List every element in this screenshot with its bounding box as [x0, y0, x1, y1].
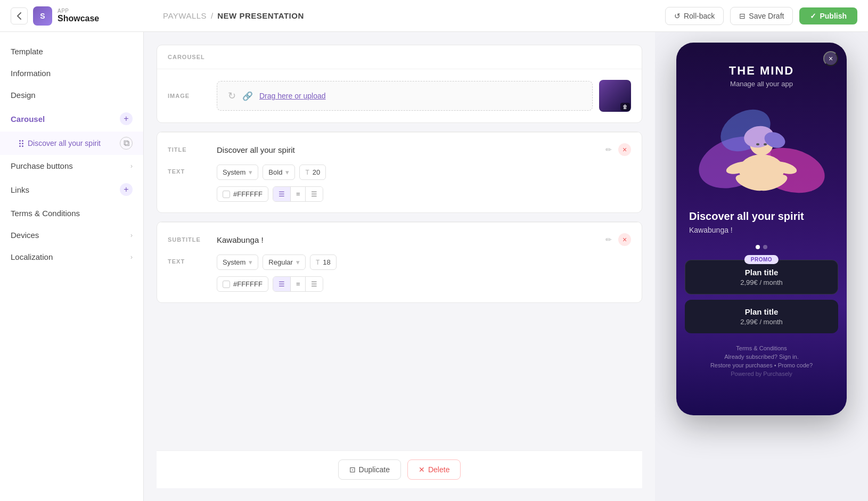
subtitle-weight-value: Regular: [268, 258, 293, 266]
illustration-svg: [692, 93, 831, 200]
check-icon: ✓: [810, 12, 816, 20]
links-add-button[interactable]: +: [120, 183, 133, 196]
carousel-label: Carousel: [11, 114, 45, 124]
sidebar-item-devices[interactable]: Devices ›: [0, 224, 143, 246]
footer-restore-link[interactable]: Restore your purchases • Promo code?: [685, 362, 838, 368]
title-text-options: System ▾ Bold ▾ T 20: [217, 165, 326, 180]
subtitle-align-center-button[interactable]: ≡: [291, 277, 306, 291]
title-align-left-button[interactable]: ☰: [273, 187, 291, 201]
plan-card-regular[interactable]: Plan title 2,99€ / month: [685, 300, 838, 333]
subtitle-color-picker[interactable]: #FFFFFF: [217, 276, 268, 292]
footer-brand: Powered by Purchasely: [685, 371, 838, 377]
save-draft-button[interactable]: ⊟ Save Draft: [730, 7, 793, 25]
title-font-value: System: [223, 168, 245, 176]
subtitle-align-right-button[interactable]: ☰: [306, 277, 323, 291]
discover-item-left: Discover all your spirit: [19, 139, 101, 147]
subtitle-delete-button[interactable]: ×: [618, 233, 631, 246]
subtitle-label: SUBTITLE: [168, 236, 210, 243]
title-align-center-button[interactable]: ≡: [291, 187, 306, 201]
carousel-add-button[interactable]: +: [120, 112, 133, 125]
plan1-title: Plan title: [695, 268, 828, 277]
phone-slide-subtitle: Kawabunga !: [689, 226, 834, 234]
sidebar-item-terms[interactable]: Terms & Conditions: [0, 202, 143, 224]
discover-duplicate-button[interactable]: ⧉: [120, 137, 133, 150]
title-color-picker[interactable]: #FFFFFF: [217, 186, 268, 202]
title-text-label: TEXT: [168, 168, 210, 175]
subtitle-weight-chevron: ▾: [296, 258, 300, 266]
bottom-bar: ⊡ Duplicate ✕ Delete: [157, 450, 642, 488]
duplicate-button[interactable]: ⊡ Duplicate: [338, 459, 401, 480]
sidebar-item-links[interactable]: Links +: [0, 177, 143, 202]
upload-link[interactable]: upload: [303, 92, 325, 100]
image-label: IMAGE: [168, 93, 210, 99]
phone-carousel-dots: [676, 240, 847, 254]
sidebar-item-purchase-buttons[interactable]: Purchase buttons ›: [0, 155, 143, 177]
rollback-button[interactable]: ↺ Roll-back: [665, 7, 724, 25]
footer-subscribed-link[interactable]: Already subscribed? Sign in.: [685, 354, 838, 360]
save-draft-label: Save Draft: [749, 12, 784, 20]
image-delete-button[interactable]: 🗑: [620, 103, 630, 111]
subtitle-font-chevron: ▾: [249, 258, 252, 266]
subtitle-weight-select[interactable]: Regular ▾: [263, 254, 306, 270]
plan1-price: 2,99€ / month: [695, 278, 828, 286]
delete-button[interactable]: ✕ Delete: [407, 459, 461, 480]
localization-label: Localization: [11, 252, 53, 261]
title-delete-button[interactable]: ×: [618, 143, 631, 156]
image-row: IMAGE ↻ 🔗 Drag here or upload 🗑: [168, 80, 631, 112]
plan2-title: Plan title: [694, 307, 829, 316]
sidebar: Template Information Design Carousel + D…: [0, 32, 144, 501]
title-align-right-button[interactable]: ☰: [306, 187, 323, 201]
localization-chevron-icon: ›: [130, 253, 133, 261]
title-size-value: 20: [313, 168, 320, 176]
subtitle-font-select[interactable]: System ▾: [217, 254, 258, 270]
title-weight-select[interactable]: Bold ▾: [263, 165, 295, 180]
publish-button[interactable]: ✓ Publish: [799, 7, 857, 24]
image-section: IMAGE ↻ 🔗 Drag here or upload 🗑: [157, 69, 642, 122]
purchase-chevron-icon: ›: [130, 162, 133, 170]
title-edit-icon[interactable]: ✏: [605, 145, 612, 154]
footer-terms-link[interactable]: Terms & Conditions: [685, 345, 838, 351]
phone-close-button[interactable]: ×: [823, 51, 838, 66]
carousel-panel: CAROUSEL IMAGE ↻ 🔗 Drag here or upload 🗑: [157, 45, 642, 123]
subtitle-size-box: T 18: [310, 254, 337, 270]
subtitle-align-group: ☰ ≡ ☰: [273, 276, 324, 292]
sidebar-item-template[interactable]: Template: [0, 40, 143, 62]
subtitle-font-value: System: [223, 258, 245, 266]
subtitle-panel: SUBTITLE Kawabunga ! ✏ × TEXT System ▾ R…: [157, 221, 642, 303]
plan-card-featured[interactable]: PROMO Plan title 2,99€ / month: [685, 260, 838, 294]
title-label: TITLE: [168, 146, 210, 153]
sidebar-item-information[interactable]: Information: [0, 62, 143, 84]
image-preview: 🗑: [599, 80, 631, 112]
app-logo: S: [33, 6, 52, 26]
sidebar-item-design[interactable]: Design: [0, 84, 143, 106]
sidebar-item-localization[interactable]: Localization ›: [0, 246, 143, 268]
upload-text: Drag here or upload: [259, 92, 326, 100]
sidebar-item-carousel[interactable]: Carousel +: [0, 106, 143, 132]
title-field-row: TITLE Discover all your spirit ✏ ×: [168, 143, 631, 156]
subtitle-section: SUBTITLE Kawabunga ! ✏ × TEXT System ▾ R…: [157, 222, 642, 302]
title-font-select[interactable]: System ▾: [217, 165, 258, 180]
svg-point-11: [756, 143, 759, 145]
app-info: APP Showcase: [58, 8, 99, 23]
subtitle-edit-icon[interactable]: ✏: [605, 235, 612, 244]
sidebar-sub-item-discover[interactable]: Discover all your spirit ⧉: [0, 132, 143, 155]
purchase-buttons-label: Purchase buttons: [11, 161, 73, 170]
sidebar-design-label: Design: [11, 91, 36, 100]
breadcrumb: PAYWALLS / NEW PRESENTATION: [163, 11, 657, 20]
title-panel: TITLE Discover all your spirit ✏ × TEXT …: [157, 132, 642, 213]
title-size-t-icon: T: [305, 169, 309, 176]
back-button[interactable]: [11, 7, 28, 24]
phone-subtitle: Manage all your app: [687, 80, 836, 88]
subtitle-field-row: SUBTITLE Kawabunga ! ✏ ×: [168, 233, 631, 246]
subtitle-size-value: 18: [323, 258, 330, 266]
breadcrumb-current: NEW PRESENTATION: [217, 11, 304, 20]
delete-label: Delete: [428, 465, 449, 474]
app-name: Showcase: [58, 14, 99, 23]
app-label: APP: [58, 8, 99, 14]
content-spacer: [157, 311, 642, 450]
image-upload-area[interactable]: ↻ 🔗 Drag here or upload: [217, 81, 593, 111]
phone-footer: Terms & Conditions Already subscribed? S…: [676, 339, 847, 383]
save-icon: ⊟: [739, 12, 746, 20]
links-label: Links: [11, 185, 29, 194]
subtitle-align-left-button[interactable]: ☰: [273, 277, 291, 291]
